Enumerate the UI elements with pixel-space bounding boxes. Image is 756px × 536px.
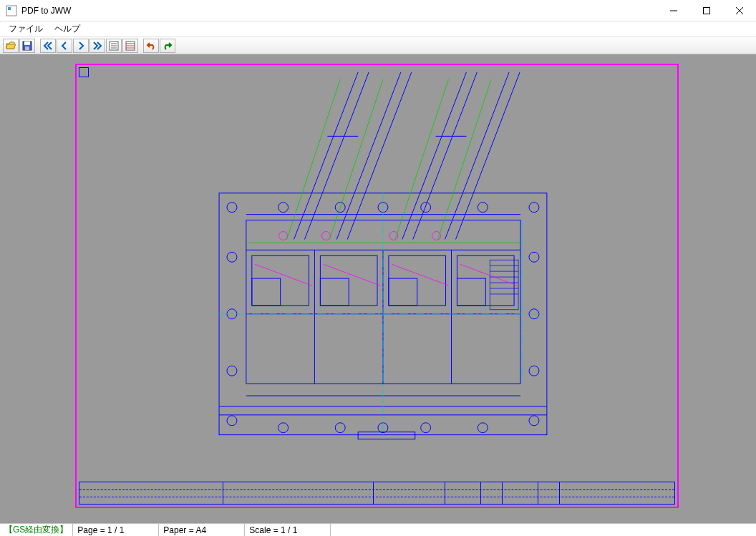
undo-button[interactable] <box>143 39 159 53</box>
window-controls <box>657 0 756 21</box>
status-scale: Scale = 1 / 1 <box>245 524 331 536</box>
svg-point-18 <box>227 203 237 213</box>
statusbar: 【GS経由変換】 Page = 1 / 1 Paper = A4 Scale =… <box>0 523 756 536</box>
svg-rect-45 <box>252 278 281 306</box>
svg-point-33 <box>278 423 289 433</box>
svg-point-21 <box>227 366 237 376</box>
titlebar: PDF to JWW <box>0 0 756 21</box>
status-page: Page = 1 / 1 <box>73 524 159 536</box>
svg-point-65 <box>321 231 330 240</box>
svg-point-32 <box>478 203 488 213</box>
svg-rect-49 <box>389 278 417 306</box>
svg-rect-56 <box>358 432 415 439</box>
page-frame <box>75 64 679 508</box>
first-page-button[interactable] <box>40 39 56 53</box>
svg-point-28 <box>278 203 289 213</box>
redo-button[interactable] <box>160 39 175 53</box>
svg-line-70 <box>392 264 449 286</box>
close-button[interactable] <box>723 0 756 21</box>
svg-rect-51 <box>457 278 485 306</box>
status-mode: 【GS経由変換】 <box>0 524 73 536</box>
toolbar <box>0 37 756 54</box>
svg-point-19 <box>227 252 237 262</box>
svg-rect-3 <box>704 7 710 14</box>
svg-rect-1 <box>8 7 11 10</box>
prev-page-button[interactable] <box>57 39 72 53</box>
settings-button[interactable] <box>122 39 138 53</box>
svg-rect-47 <box>320 278 349 306</box>
svg-point-67 <box>432 231 441 240</box>
list-button[interactable] <box>106 39 122 53</box>
svg-line-68 <box>255 264 312 286</box>
save-button[interactable] <box>19 39 35 53</box>
svg-point-31 <box>421 203 431 213</box>
menu-file[interactable]: ファイル <box>3 21 49 36</box>
svg-line-71 <box>460 264 517 286</box>
last-page-button[interactable] <box>89 39 105 53</box>
svg-point-22 <box>227 416 237 426</box>
app-icon <box>6 5 17 16</box>
svg-rect-8 <box>25 47 29 50</box>
next-page-button[interactable] <box>73 39 89 53</box>
minimize-button[interactable] <box>657 0 690 21</box>
cad-drawing <box>77 65 677 507</box>
svg-point-23 <box>529 203 539 213</box>
menubar: ファイル ヘルプ <box>0 21 756 37</box>
svg-point-27 <box>529 416 539 426</box>
svg-point-37 <box>478 423 488 433</box>
maximize-button[interactable] <box>690 0 723 21</box>
svg-point-34 <box>335 423 345 433</box>
canvas-viewport[interactable] <box>0 54 756 523</box>
svg-line-69 <box>323 264 380 286</box>
svg-point-24 <box>529 252 539 262</box>
status-paper: Paper = A4 <box>159 524 245 536</box>
svg-point-36 <box>421 423 431 433</box>
svg-rect-7 <box>24 42 30 45</box>
menu-help[interactable]: ヘルプ <box>49 21 86 36</box>
svg-point-64 <box>279 231 288 240</box>
open-button[interactable] <box>3 39 19 53</box>
svg-point-66 <box>389 231 398 240</box>
svg-point-26 <box>529 366 539 376</box>
window-title: PDF to JWW <box>21 6 657 16</box>
